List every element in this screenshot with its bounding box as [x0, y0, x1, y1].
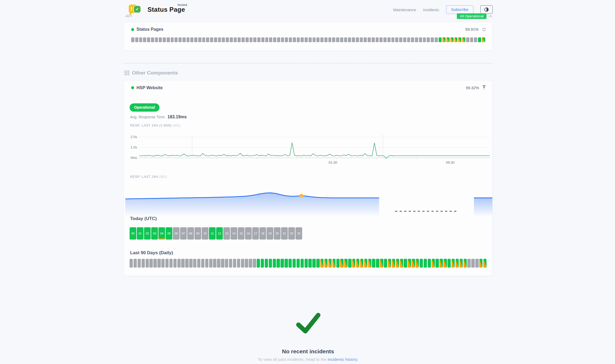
uptime-bar[interactable]: [237, 259, 240, 268]
uptime-bar[interactable]: [277, 259, 280, 268]
hour-box[interactable]: 21: [281, 227, 288, 240]
hour-box[interactable]: 10: [202, 227, 208, 240]
uptime-bar[interactable]: [392, 259, 395, 268]
uptime-bar[interactable]: [467, 259, 470, 268]
uptime-bar[interactable]: [143, 37, 146, 42]
uptime-bar[interactable]: [423, 37, 426, 42]
uptime-bar[interactable]: [309, 37, 312, 42]
uptime-bar[interactable]: [257, 37, 260, 42]
uptime-bar[interactable]: [305, 259, 308, 268]
uptime-bar[interactable]: [210, 37, 213, 42]
uptime-bar[interactable]: [225, 259, 228, 268]
uptime-bar[interactable]: [273, 259, 276, 268]
uptime-bar[interactable]: [442, 37, 446, 42]
uptime-bar[interactable]: [456, 259, 459, 268]
nav-maintenance[interactable]: Maintenance: [393, 7, 416, 12]
uptime-bar[interactable]: [364, 37, 367, 42]
uptime-bar[interactable]: [135, 37, 138, 42]
uptime-bar[interactable]: [159, 37, 162, 42]
refresh-icon[interactable]: [482, 28, 486, 32]
uptime-bar[interactable]: [130, 259, 133, 268]
uptime-bar[interactable]: [161, 259, 165, 268]
uptime-bar[interactable]: [181, 259, 184, 268]
uptime-bar[interactable]: [194, 37, 197, 42]
scroll-to-top-icon[interactable]: [482, 85, 486, 90]
uptime-bar[interactable]: [177, 259, 181, 268]
uptime-bar[interactable]: [297, 259, 300, 268]
uptime-bar[interactable]: [483, 259, 486, 268]
hour-box[interactable]: 15: [238, 227, 244, 240]
uptime-bar[interactable]: [209, 259, 212, 268]
uptime-bar[interactable]: [356, 259, 359, 268]
uptime-bar[interactable]: [313, 37, 316, 42]
uptime-bar[interactable]: [171, 37, 174, 42]
uptime-bar[interactable]: [372, 259, 375, 268]
uptime-bar[interactable]: [230, 37, 233, 42]
uptime-bar[interactable]: [149, 259, 153, 268]
hour-box[interactable]: 14: [231, 227, 237, 240]
hour-box[interactable]: 12: [216, 227, 223, 240]
hour-box[interactable]: 08: [187, 227, 194, 240]
uptime-bar[interactable]: [478, 37, 481, 42]
uptime-bar[interactable]: [301, 259, 304, 268]
hour-box[interactable]: 11: [209, 227, 216, 240]
uptime-bar[interactable]: [435, 37, 438, 42]
hour-box[interactable]: 16: [245, 227, 252, 240]
uptime-bar[interactable]: [257, 259, 260, 268]
hour-box[interactable]: 03: [151, 227, 158, 240]
uptime-bar[interactable]: [241, 259, 244, 268]
uptime-bar[interactable]: [213, 259, 216, 268]
uptime-bar[interactable]: [206, 37, 209, 42]
uptime-bar[interactable]: [131, 37, 134, 42]
uptime-bar[interactable]: [462, 37, 465, 42]
uptime-bar[interactable]: [234, 37, 237, 42]
uptime-bar[interactable]: [189, 259, 192, 268]
uptime-bar[interactable]: [289, 37, 292, 42]
uptime-bar[interactable]: [214, 37, 217, 42]
incidents-history-link[interactable]: incidents history.: [328, 357, 358, 362]
uptime-bar[interactable]: [475, 259, 478, 268]
hour-box[interactable]: 13: [223, 227, 230, 240]
uptime-bar[interactable]: [396, 259, 399, 268]
uptime-bar[interactable]: [376, 259, 379, 268]
uptime-bar[interactable]: [147, 37, 150, 42]
uptime-bar[interactable]: [471, 259, 474, 268]
uptime-bar[interactable]: [388, 259, 391, 268]
uptime-bar[interactable]: [383, 37, 387, 42]
uptime-bar[interactable]: [265, 259, 268, 268]
response-area-chart[interactable]: [124, 184, 493, 217]
hour-box[interactable]: 22: [288, 227, 295, 240]
uptime-bar[interactable]: [340, 37, 343, 42]
uptime-bar[interactable]: [316, 37, 320, 42]
uptime-bar[interactable]: [174, 37, 178, 42]
uptime-bar[interactable]: [242, 37, 245, 42]
uptime-bar[interactable]: [372, 37, 375, 42]
uptime-bar[interactable]: [439, 259, 443, 268]
uptime-bar[interactable]: [265, 37, 268, 42]
uptime-bar[interactable]: [344, 37, 347, 42]
uptime-bar[interactable]: [308, 259, 312, 268]
uptime-bar[interactable]: [470, 37, 473, 42]
hour-box[interactable]: 07: [180, 227, 187, 240]
uptime-bar[interactable]: [246, 37, 249, 42]
uptime-bar[interactable]: [447, 259, 451, 268]
uptime-bar[interactable]: [201, 259, 204, 268]
hour-box[interactable]: 00: [130, 227, 136, 240]
uptime-bar[interactable]: [416, 259, 419, 268]
uptime-bar[interactable]: [157, 259, 161, 268]
uptime-bar[interactable]: [400, 259, 403, 268]
uptime-bar[interactable]: [344, 259, 347, 268]
uptime-bar[interactable]: [399, 37, 402, 42]
response-line-chart[interactable]: 2.0s 1.0s 0ms 01:30 09:30: [124, 133, 493, 167]
uptime-bar[interactable]: [324, 259, 328, 268]
uptime-bar[interactable]: [297, 37, 300, 42]
uptime-bar[interactable]: [233, 259, 236, 268]
uptime-bar[interactable]: [391, 37, 395, 42]
uptime-bar[interactable]: [245, 259, 248, 268]
uptime-bar[interactable]: [173, 259, 177, 268]
uptime-bar[interactable]: [324, 37, 328, 42]
uptime-bar[interactable]: [332, 37, 335, 42]
uptime-bar[interactable]: [249, 259, 252, 268]
hour-box[interactable]: 19: [267, 227, 273, 240]
uptime-bar[interactable]: [198, 37, 201, 42]
